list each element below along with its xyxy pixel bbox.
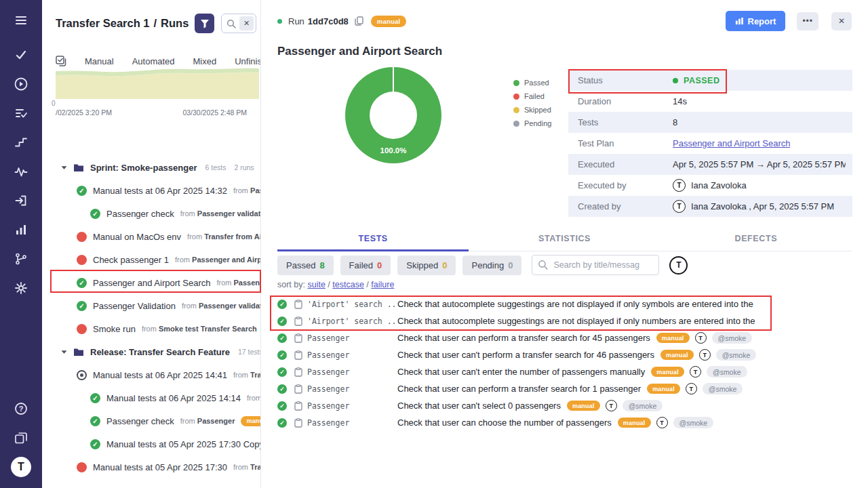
status-value: PASSED <box>684 76 719 85</box>
funnel-icon <box>200 19 210 28</box>
tab-statistics[interactable]: STATISTICS <box>469 228 660 251</box>
filter-passed-button[interactable]: Passed8 <box>277 256 334 275</box>
status-passed-icon: ✓ <box>77 301 87 311</box>
rail-help-button[interactable]: ? <box>6 394 36 423</box>
rail-profile-button[interactable]: T <box>6 452 36 481</box>
legend-dot <box>513 121 519 127</box>
run-item[interactable]: ✓Passenger checkfrom Passenger validatio… <box>42 202 260 225</box>
run-details: Run 1dd7c0d8 manual Report ••• ✕ Passeng… <box>261 0 868 488</box>
testcase-icon <box>294 401 302 411</box>
run-item[interactable]: Check passenger 1from Passenger and Airp… <box>42 248 260 271</box>
filter-pending-button[interactable]: Pending0 <box>462 256 521 275</box>
runs-search-box[interactable]: ✕ <box>221 14 256 33</box>
filter-button[interactable] <box>195 14 214 33</box>
info-label: Status <box>578 75 673 85</box>
breadcrumb-project[interactable]: Transfer Search 1 <box>56 17 150 29</box>
status-passed-icon: ✓ <box>277 384 287 394</box>
run-item[interactable]: ✓Passenger checkfrom Passengermanual6 <box>42 409 260 432</box>
run-header-bar: Run 1dd7c0d8 manual Report ••• ✕ <box>261 0 868 42</box>
info-row-test-plan: Test PlanPassenger and Airport Search <box>568 133 852 154</box>
manual-badge: manual <box>567 401 600 411</box>
test-row[interactable]: ✓PassengerCheck that user can't perform … <box>277 346 863 363</box>
test-row[interactable]: ✓PassengerCheck that user can't select 0… <box>277 397 863 414</box>
status-passed-icon: ✓ <box>277 418 287 428</box>
sort-by-testcase-link[interactable]: testcase <box>332 280 364 289</box>
search-icon <box>226 19 236 28</box>
sort-by-suite-link[interactable]: suite <box>307 280 325 289</box>
rail-import-button[interactable] <box>6 186 36 215</box>
close-run-button[interactable]: ✕ <box>831 12 852 30</box>
report-icon <box>735 17 743 25</box>
rail-pipelines-button[interactable] <box>6 127 36 157</box>
run-item[interactable]: ✓Manual tests at 05 Apr 2025 17:30 Copyf… <box>42 432 260 455</box>
status-passed-icon: ✓ <box>277 367 287 377</box>
run-title: Passenger Validation <box>93 301 176 311</box>
clear-search-button[interactable]: ✕ <box>239 16 254 30</box>
run-group[interactable]: Release: Transfer Search Feature17 tests… <box>42 340 260 363</box>
report-button[interactable]: Report <box>726 11 786 31</box>
rail-analytics-button[interactable] <box>6 157 36 186</box>
status-failed-icon <box>77 232 87 242</box>
run-item-selected[interactable]: ✓Passenger and Airport Searchfrom Passen… <box>42 271 260 294</box>
run-item[interactable]: Manual on MacOs envfrom Transfer from Ai… <box>42 225 260 248</box>
testomat-filter-button[interactable]: T <box>669 256 688 274</box>
rail-menu-button[interactable] <box>6 5 36 35</box>
run-title: Manual tests at 06 Apr 2025 14:32 <box>93 186 227 196</box>
legend-label: Skipped <box>524 106 551 114</box>
filter-skipped-button[interactable]: Skipped0 <box>397 256 456 275</box>
select-runs-icon[interactable] <box>56 56 66 66</box>
group-label: Sprint: Smoke-passenger <box>90 163 197 173</box>
smoke-tag: @smoke <box>707 366 747 378</box>
sort-by-failure-link[interactable]: failure <box>371 280 394 289</box>
rail-settings-button[interactable] <box>6 273 36 302</box>
test-row[interactable]: ✓PassengerCheck that user can't enter th… <box>277 363 863 380</box>
rail-runs-button[interactable] <box>6 69 36 98</box>
rail-reports-button[interactable] <box>6 215 36 244</box>
run-item[interactable]: Smoke runfrom Smoke test Transfer Search… <box>42 317 260 340</box>
profile-avatar-icon: T <box>11 457 31 477</box>
run-item[interactable]: ✓Passenger Validationfrom Passenger vali… <box>42 294 260 317</box>
sort-row: sort by: suite / testcase / failure <box>277 280 394 289</box>
status-passed-icon: ✓ <box>277 317 287 326</box>
test-row[interactable]: ✓'Airport' search ...Check that autocomp… <box>277 296 863 312</box>
filter-failed-button[interactable]: Failed0 <box>340 256 391 275</box>
panel-tab-automated[interactable]: Automated <box>132 56 175 66</box>
run-group[interactable]: Sprint: Smoke-passenger6 tests2 runs <box>42 156 260 179</box>
run-item[interactable]: ✓Manual tests at 06 Apr 2025 14:32from P… <box>42 179 260 202</box>
more-actions-button[interactable]: ••• <box>797 12 818 30</box>
test-row[interactable]: ✓'Airport' search ...Check that autocomp… <box>277 312 863 329</box>
test-row[interactable]: ✓PassengerCheck that user can perform a … <box>277 380 863 397</box>
smoke-tag: @smoke <box>712 332 753 344</box>
tab-tests[interactable]: TESTS <box>277 228 469 251</box>
chart-x-label: /02/2025 3:20 PM <box>56 108 112 117</box>
test-suite: Passenger <box>307 418 397 428</box>
run-source: from Passenger <box>180 417 235 425</box>
run-title: Check passenger 1 <box>93 255 169 265</box>
testomat-icon: T <box>699 349 711 361</box>
run-item[interactable]: Manual tests at 06 Apr 2025 14:41from Tr… <box>42 363 260 386</box>
run-item[interactable]: ✓Manual tests at 06 Apr 2025 14:14from P… <box>42 386 260 409</box>
tests-search-input[interactable] <box>532 255 659 275</box>
test-row[interactable]: ✓PassengerCheck that user can perform a … <box>277 329 863 346</box>
caret-down-icon[interactable] <box>61 165 67 170</box>
folder-icon <box>73 348 84 357</box>
run-item[interactable]: Manual tests at 05 Apr 2025 17:30from Tr… <box>42 455 260 479</box>
test-plan-link[interactable]: Passenger and Airport Search <box>673 138 790 148</box>
rail-tasks-button[interactable] <box>6 40 36 69</box>
rail-branches-button[interactable] <box>6 244 36 273</box>
panel-tab-manual[interactable]: Manual <box>85 56 114 66</box>
legend-item-pending: Pending <box>513 117 551 130</box>
panel-tab-unfinished[interactable]: Unfinished <box>235 56 260 66</box>
panel-tab-mixed[interactable]: Mixed <box>193 56 217 66</box>
test-row[interactable]: ✓PassengerCheck that user can choose the… <box>277 414 863 431</box>
chart-x-label: 03/30/2025 2:48 PM <box>182 108 247 117</box>
copy-icon[interactable] <box>355 16 363 26</box>
rail-projects-button[interactable] <box>6 423 36 452</box>
caret-down-icon[interactable] <box>61 350 67 354</box>
rail-test-plans-button[interactable] <box>6 98 36 127</box>
status-passed-icon: ✓ <box>90 439 100 449</box>
info-row-tests: Tests8 <box>568 112 852 133</box>
tests-search-box[interactable] <box>532 255 659 275</box>
tab-defects[interactable]: DEFECTS <box>660 228 852 251</box>
sort-prefix: sort by: <box>277 280 305 289</box>
